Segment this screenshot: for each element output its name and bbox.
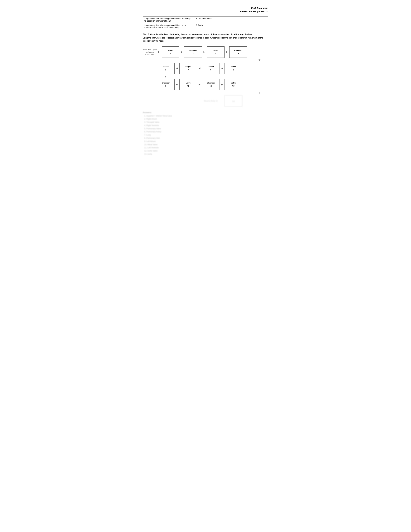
answers-section: Answers: 1. Superior + Inferior Vena Cav… <box>143 111 268 156</box>
answer-item: 9. Left Atrium <box>144 140 268 143</box>
arrow-3-to-4: ► <box>224 51 229 53</box>
flow-box-2: Chamber 2 <box>184 47 202 58</box>
arrow-8-to-9-down: ▼ <box>157 75 175 78</box>
answers-list: 1. Superior + Inferior Vena Cava2. Right… <box>143 115 268 156</box>
header-line2: Lesson 4 – Assignment #2 <box>143 10 268 13</box>
flow-box-9: Chamber 9 <box>157 79 175 90</box>
arrow-5-to-6: ◄ <box>220 67 224 69</box>
flow-box-5: Valve 5 <box>224 63 242 74</box>
flow-box-14: 14 <box>224 95 242 106</box>
answer-item: 8. Pulmonary Vein <box>144 137 268 140</box>
answer-item: 4. Right Ventricle <box>144 124 268 127</box>
flow-box-8: Vessel 8 <box>157 63 175 74</box>
step2-description: Using the chart, write the correct anato… <box>143 37 268 43</box>
table-definition: Large artery that takes oxygenated blood… <box>143 23 193 30</box>
definition-table: Large vein that returns oxygenated blood… <box>143 17 268 30</box>
flow-box-3: Valve 3 <box>207 47 224 58</box>
flow-start-label: Blood from Upperand LowerExtremities <box>143 48 157 56</box>
answer-item: 3. Tricuspid Valve <box>144 121 268 124</box>
arrow-9-to-10: ► <box>175 84 179 86</box>
arrow-1-to-2: ► <box>179 51 184 53</box>
answer-item: 13. Aorta <box>144 153 268 156</box>
answer-item: 6. Pulmonary Artery <box>144 130 268 133</box>
step2-header: Step 2: Complete the flow chart using th… <box>143 33 268 36</box>
flow-box-11: Chamber 11 <box>202 79 220 90</box>
definition-table-section: Large vein that returns oxygenated blood… <box>143 17 268 30</box>
answer-item: 11. Left Ventricle <box>144 146 268 149</box>
arrow-10-to-11: ► <box>197 84 202 86</box>
answers-title: Answers: <box>143 111 268 114</box>
row4-label: Blood to Body 13 <box>202 100 220 102</box>
answer-item: 10. Mitral Valve <box>144 143 268 146</box>
arrow-11-to-12: ► <box>220 84 224 86</box>
answer-item: 5. Pulmonary Valve <box>144 127 268 130</box>
flow-box-4: Chamber 4 <box>229 47 247 58</box>
answer-item: 7. Lung <box>144 134 268 136</box>
flow-box-10: Valve 10 <box>179 79 197 90</box>
answer-item: 1. Superior + Inferior Vena Cava <box>144 115 268 117</box>
arrow-4-to-5-down: ▼ <box>251 58 268 62</box>
table-definition: Large vein that returns oxygenated blood… <box>143 17 193 23</box>
flow-box-12: Valve 12 <box>224 79 242 90</box>
arrow-label-to-1: ► <box>157 51 162 53</box>
flowchart: Blood from Upperand LowerExtremities ► V… <box>143 47 268 106</box>
arrow-12-down: ▼ <box>251 91 268 95</box>
answer-item: 12. Aortic Valve <box>144 150 268 152</box>
table-answer: 16. Aorta <box>193 23 268 30</box>
page-header: EKG Technician Lesson 4 – Assignment #2 <box>143 6 268 13</box>
answer-item: 2. Right Atrium <box>144 118 268 120</box>
table-answer: 15. Pulmonary Vein <box>193 17 268 23</box>
arrow-7-to-8: ◄ <box>175 67 179 69</box>
flow-box-1: Vessel 1 <box>162 47 179 58</box>
header-line1: EKG Technician <box>143 6 268 10</box>
flow-box-7: Organ 7 <box>179 63 197 74</box>
arrow-2-to-3: ► <box>202 51 207 53</box>
flow-box-6: Vessel 6 <box>202 63 220 74</box>
arrow-6-to-7: ◄ <box>197 67 202 69</box>
